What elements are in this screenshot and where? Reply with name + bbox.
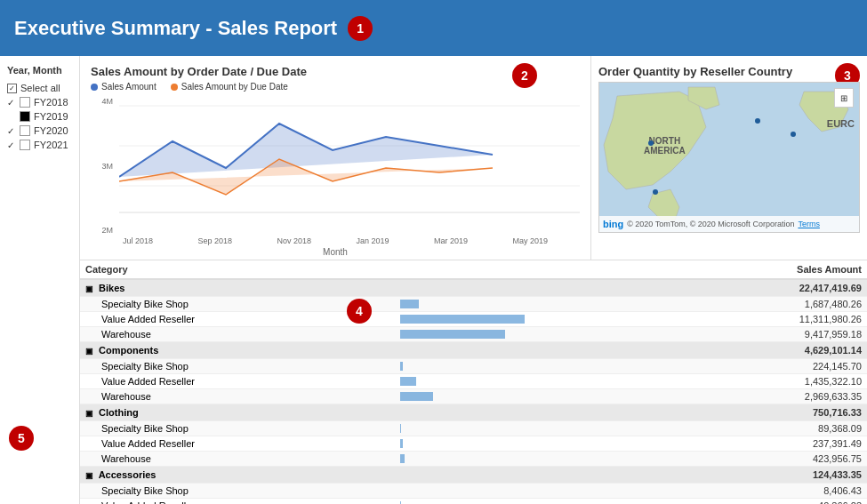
sidebar-label-fy2019: FY2019 (34, 111, 68, 122)
bar-outer (400, 392, 640, 401)
right-panel: Sales Amount by Order Date / Due Date Sa… (80, 56, 867, 504)
sales-table: Category Sales Amount ▣ Bikes 22,417,419… (80, 260, 867, 504)
chart-legend: Sales Amount Sales Amount by Due Date (91, 82, 580, 92)
sidebar-item-fy2018[interactable]: ✓ FY2018 (7, 95, 72, 109)
table-row: ▣ Accessories 124,433.35 (80, 467, 867, 484)
y-axis-labels: 4M 3M 2M (86, 97, 113, 235)
amount-cell: 11,311,980.26 (646, 312, 867, 327)
badge-2: 2 (512, 63, 537, 88)
bar-cell (379, 404, 646, 421)
amount-cell: 237,391.49 (646, 436, 867, 452)
bar-cell (379, 374, 646, 389)
x-axis-title: Month (91, 247, 580, 257)
map-dot-4 (653, 189, 658, 195)
sub-category-label: Specialty Bike Shop (80, 421, 379, 436)
sidebar-label-fy2018: FY2018 (34, 97, 68, 108)
line-chart-svg (91, 97, 580, 226)
bar-inner (400, 300, 419, 308)
sub-category-label: Warehouse (80, 389, 379, 404)
check-fy2018: ✓ (7, 98, 16, 108)
swatch-fy2018 (20, 97, 30, 108)
bar-cell (379, 312, 646, 327)
bar-outer (400, 377, 640, 386)
bar-outer (400, 362, 640, 371)
terms-link[interactable]: Terms (798, 220, 820, 228)
map-dot-3 (791, 132, 796, 137)
bar-cell (379, 499, 646, 505)
bar-cell (379, 342, 646, 359)
bar-outer (400, 300, 640, 308)
map-container: Order Quantity by Reseller Country 3 (591, 56, 867, 260)
col-header-category: Category (80, 260, 379, 279)
sidebar-label-fy2021: FY2021 (34, 140, 68, 150)
bar-outer (400, 454, 640, 463)
table-row: Warehouse 9,417,959.18 (80, 327, 867, 342)
expand-icon[interactable]: ▣ (85, 347, 93, 356)
table-row: Warehouse 423,956.75 (80, 452, 867, 467)
table-row: Specialty Bike Shop 1,687,480.26 (80, 297, 867, 312)
sub-category-label: Value Added Reseller (80, 499, 379, 505)
legend-label-sales: Sales Amount (101, 82, 157, 92)
table-row: Value Added Reseller 1,435,322.10 (80, 374, 867, 389)
checkbox-selectall[interactable] (7, 84, 17, 93)
table-row: ▣ Clothing 750,716.33 (80, 404, 867, 421)
expand-icon[interactable]: ▣ (85, 471, 93, 480)
table-body: ▣ Bikes 22,417,419.69 Specialty Bike Sho… (80, 279, 867, 504)
amount-cell: 22,417,419.69 (646, 279, 867, 297)
category-name: Bikes (99, 283, 124, 293)
x-label-nov2018: Nov 2018 (277, 236, 311, 245)
bar-inner (400, 330, 505, 339)
sub-category-label: Warehouse (80, 452, 379, 467)
amount-cell: 750,716.33 (646, 404, 867, 421)
table-header-row: Category Sales Amount (80, 260, 867, 279)
sub-category-label: Specialty Bike Shop (80, 297, 379, 312)
page-title: Executive Summary - Sales Report (14, 17, 337, 40)
table-row: Specialty Bike Shop 8,406.43 (80, 484, 867, 499)
amount-cell: 9,417,959.18 (646, 327, 867, 342)
amount-cell: 2,969,633.35 (646, 389, 867, 404)
amount-cell: 124,433.35 (646, 467, 867, 484)
bing-copyright: © 2020 TomTom, © 2020 Microsoft Corporat… (627, 220, 794, 228)
sub-category-label: Value Added Reseller (80, 312, 379, 327)
bar-cell (379, 359, 646, 374)
col-header-bar (379, 260, 646, 279)
legend-dot-sales (91, 84, 98, 91)
bar-inner (400, 377, 416, 386)
y-label-3m: 3M (86, 162, 113, 171)
category-label: ▣ Clothing (80, 404, 379, 421)
map-zoom-icon[interactable]: ⊞ (834, 88, 854, 108)
check-fy2020: ✓ (7, 126, 16, 136)
sidebar-item-selectall[interactable]: Select all (7, 81, 72, 95)
check-fy2021: ✓ (7, 140, 16, 150)
sidebar-label-fy2020: FY2020 (34, 125, 68, 136)
sidebar-item-fy2019[interactable]: FY2019 (7, 109, 72, 124)
map-label-na: NORTHAMERICA (644, 136, 686, 156)
sidebar-item-fy2021[interactable]: ✓ FY2021 (7, 138, 72, 152)
bar-cell (379, 279, 646, 297)
expand-icon[interactable]: ▣ (85, 409, 93, 418)
category-name: Components (99, 345, 158, 356)
badge-5: 5 (9, 426, 34, 451)
x-label-jul2018: Jul 2018 (123, 236, 153, 245)
line-chart-title: Sales Amount by Order Date / Due Date (91, 65, 580, 78)
sub-category-label: Value Added Reseller (80, 374, 379, 389)
bar-inner (400, 315, 525, 324)
bing-logo: bing (603, 219, 623, 229)
y-label-4m: 4M (86, 97, 113, 106)
bar-cell (379, 467, 646, 484)
sidebar-item-fy2020[interactable]: ✓ FY2020 (7, 124, 72, 138)
table-row: ▣ Bikes 22,417,419.69 (80, 279, 867, 297)
expand-icon[interactable]: ▣ (85, 284, 93, 293)
bar-cell (379, 452, 646, 467)
bar-outer (400, 424, 640, 433)
svg-marker-4 (119, 124, 493, 177)
category-label: ▣ Bikes (80, 279, 379, 297)
sidebar: Year, Month Select all ✓ FY2018 FY2019 ✓… (0, 56, 80, 504)
table-container: Category Sales Amount ▣ Bikes 22,417,419… (80, 260, 867, 504)
table-row: Value Added Reseller 11,311,980.26 (80, 312, 867, 327)
bar-inner (400, 392, 433, 401)
bar-inner (400, 439, 403, 448)
amount-cell: 40,366.23 (646, 499, 867, 505)
sub-category-label: Specialty Bike Shop (80, 484, 379, 499)
sub-category-label: Warehouse (80, 327, 379, 342)
